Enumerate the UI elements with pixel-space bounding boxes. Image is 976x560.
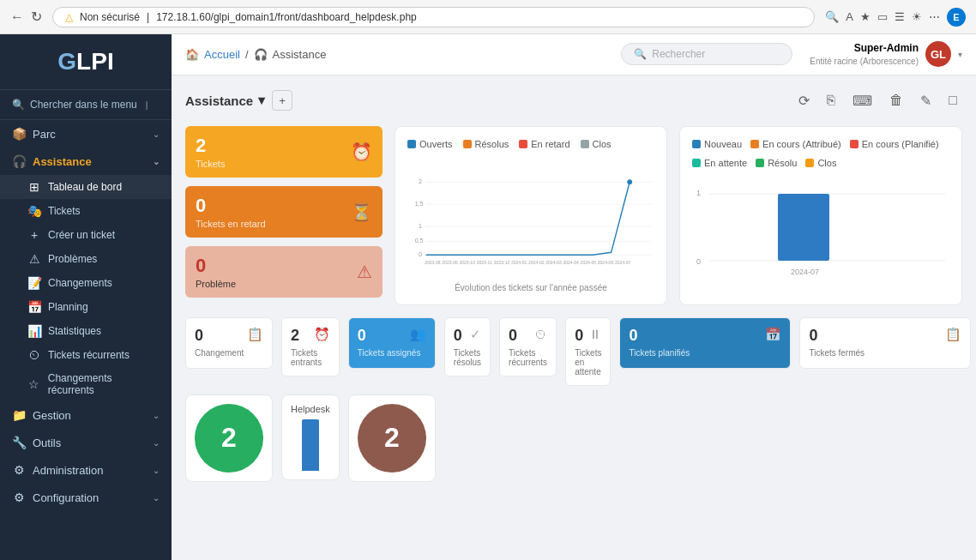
stat-tickets-icon: ⏰ (351, 142, 372, 162)
configuration-icon: ⚙ (12, 491, 26, 504)
sidebar-changements-label: Changements (48, 277, 112, 289)
sidebar-search[interactable]: 🔍 Chercher dans le menu | (0, 90, 172, 120)
svg-text:2023-09: 2023-09 (442, 260, 458, 265)
legend-resolus-label: Résolus (475, 139, 509, 149)
sidebar-sub-tickets-recurrents[interactable]: ⏲ Tickets récurrents (0, 343, 172, 367)
mini-stat-tickets-recurrents[interactable]: 0 ⏲ Tickets récurrents (499, 317, 557, 376)
mini-stat-entrants-label: Tickets entrants (291, 348, 330, 367)
sidebar-planning-label: Planning (48, 301, 88, 313)
sidebar-parc-label: Parc (33, 128, 56, 141)
mini-stat-attente-top: 0 ⏸ (575, 327, 601, 345)
sidebar-sub-changements-recurrents[interactable]: ☆ Changements récurrents (0, 367, 172, 401)
mini-stat-tickets-assignes[interactable]: 0 👥 Tickets assignés (348, 317, 436, 369)
mini-stat-changement[interactable]: 0 📋 Changement (185, 317, 273, 369)
search-label: Chercher dans le menu (30, 99, 137, 111)
edit-button[interactable]: ✎ (915, 89, 937, 112)
mini-stat-tickets-attente[interactable]: 0 ⏸ Tickets en attente (565, 317, 611, 386)
mini-stat-tickets-planifies[interactable]: 0 📅 Tickets planifiés (619, 317, 791, 369)
stat-card-probleme[interactable]: 0 Problème ⚠ (185, 246, 383, 298)
sidebar-sub-creer-ticket[interactable]: + Créer un ticket (0, 223, 172, 247)
problemes-icon: ⚠ (27, 252, 41, 266)
assistance-icon: 🎧 (12, 154, 26, 168)
sidebar-item-administration[interactable]: ⚙ Administration ⌄ (0, 456, 172, 484)
sidebar-item-gestion[interactable]: 📁 Gestion ⌄ (0, 401, 172, 429)
mini-stat-assignes-icon: 👥 (410, 327, 426, 342)
legend-resolu-label: Résolu (768, 158, 797, 168)
changements-icon: 📝 (27, 276, 41, 290)
cursor-indicator: | (146, 100, 148, 110)
split-view-icon: ▭ (877, 10, 888, 23)
app-logo: GLPI (0, 34, 172, 90)
dashboard-title-button[interactable]: Assistance ▾ (185, 93, 265, 108)
mini-stat-recurrents-label: Tickets récurrents (509, 348, 547, 367)
mini-stat-planifies-num: 0 (629, 327, 637, 345)
browser-nav[interactable]: ← ↻ (10, 9, 42, 25)
outils-icon: 🔧 (12, 436, 26, 449)
mini-stat-changement-num: 0 (195, 327, 203, 345)
mini-stat-entrants-num: 2 (291, 327, 299, 345)
line-chart-title: Évolution des tickets sur l'année passée (407, 283, 654, 292)
delete-button[interactable]: 🗑 (884, 89, 908, 111)
main-content: Assistance ▾ + ⟳ ⎘ ⌨ 🗑 ✎ □ 2 (172, 75, 976, 560)
search-box[interactable]: 🔍 Rechercher (621, 43, 792, 65)
legend-attribue: En cours (Attribué) (750, 139, 841, 149)
title-dropdown-icon: ▾ (258, 93, 265, 108)
sidebar-sub-problemes[interactable]: ⚠ Problèmes (0, 247, 172, 271)
administration-icon: ⚙ (12, 463, 26, 477)
legend-clos-dot (581, 140, 589, 148)
mini-stat-fermes-label: Tickets fermés (809, 348, 961, 358)
sidebar-item-outils[interactable]: 🔧 Outils ⌄ (0, 429, 172, 456)
mini-stat-tickets-entrants[interactable]: 2 ⏰ Tickets entrants (281, 317, 340, 376)
legend-nouveau-label: Nouveau (704, 139, 742, 149)
address-bar[interactable]: △ Non sécurisé | 172.18.1.60/glpi_domain… (52, 7, 815, 27)
sidebar-item-configuration[interactable]: ⚙ Configuration ⌄ (0, 484, 172, 511)
sidebar-sub-tableau-de-bord[interactable]: ⊞ Tableau de bord (0, 175, 172, 199)
stat-card-tickets[interactable]: 2 Tickets ⏰ (185, 126, 383, 178)
breadcrumb-home[interactable]: Accueil (204, 48, 240, 61)
url-text: 172.18.1.60/glpi_domain1/front/dashboard… (156, 11, 417, 23)
sidebar-sub-planning[interactable]: 📅 Planning (0, 295, 172, 319)
helpdesk-label: Helpdesk (291, 404, 330, 414)
gestion-icon: 📁 (12, 408, 26, 422)
sidebar-sub-statistiques[interactable]: 📊 Statistiques (0, 319, 172, 343)
user-avatar[interactable]: GL (925, 41, 951, 67)
mini-stat-attente-label: Tickets en attente (575, 348, 601, 376)
refresh-button[interactable]: ↻ (31, 9, 42, 25)
history-button[interactable]: ⟳ (793, 89, 815, 112)
changements-rec-icon: ☆ (27, 377, 41, 391)
share-button[interactable]: ⌨ (847, 89, 877, 112)
stat-retard-icon: ⏳ (351, 202, 372, 222)
user-details: Super-Admin Entité racine (Arborescence) (810, 41, 919, 68)
mini-stat-assignes-top: 0 👥 (358, 327, 426, 345)
sidebar-sub-tickets[interactable]: 🎭 Tickets (0, 199, 172, 223)
sidebar-tableau-label: Tableau de bord (48, 181, 122, 193)
circle-widget-brown: 2 (348, 394, 436, 482)
sidebar-assistance-label: Assistance (33, 155, 92, 168)
legend-clos-status-dot (805, 159, 814, 167)
tickets-rec-icon: ⏲ (27, 348, 41, 362)
svg-text:2024-07: 2024-07 (615, 260, 631, 265)
mini-stat-tickets-resolus[interactable]: 0 ✓ Tickets résolus (444, 317, 491, 376)
svg-text:0.5: 0.5 (415, 237, 424, 244)
user-dropdown-chevron[interactable]: ▾ (958, 50, 962, 59)
helpdesk-widget: Helpdesk (281, 394, 340, 480)
mini-stat-planifies-icon: 📅 (765, 327, 781, 342)
add-dashboard-button[interactable]: + (272, 90, 292, 111)
sidebar-sub-changements[interactable]: 📝 Changements (0, 271, 172, 295)
stat-card-tickets-retard[interactable]: 0 Tickets en retard ⏳ (185, 186, 383, 238)
mini-stat-tickets-fermes[interactable]: 0 📋 Tickets fermés (799, 317, 971, 369)
sidebar: GLPI 🔍 Chercher dans le menu | 📦 Parc ⌄ … (0, 34, 172, 560)
content-area: 🏠 Accueil / 🎧 Assistance 🔍 Rechercher Su… (172, 34, 976, 560)
sidebar-item-assistance[interactable]: 🎧 Assistance ⌄ (0, 148, 172, 175)
back-button[interactable]: ← (10, 9, 24, 25)
user-entity: Entité racine (Arborescence) (810, 56, 919, 68)
helpdesk-bar (302, 419, 319, 471)
copy-button[interactable]: ⎘ (822, 89, 840, 111)
sidebar-item-parc[interactable]: 📦 Parc ⌄ (0, 120, 172, 148)
expand-button[interactable]: □ (943, 89, 962, 111)
logo-text: GLPI (57, 48, 113, 75)
legend-retard-label: En retard (531, 139, 569, 149)
sidebar-problemes-label: Problèmes (48, 253, 97, 265)
sidebar-administration-label: Administration (33, 464, 103, 477)
dashboard-title: Assistance (185, 93, 253, 108)
